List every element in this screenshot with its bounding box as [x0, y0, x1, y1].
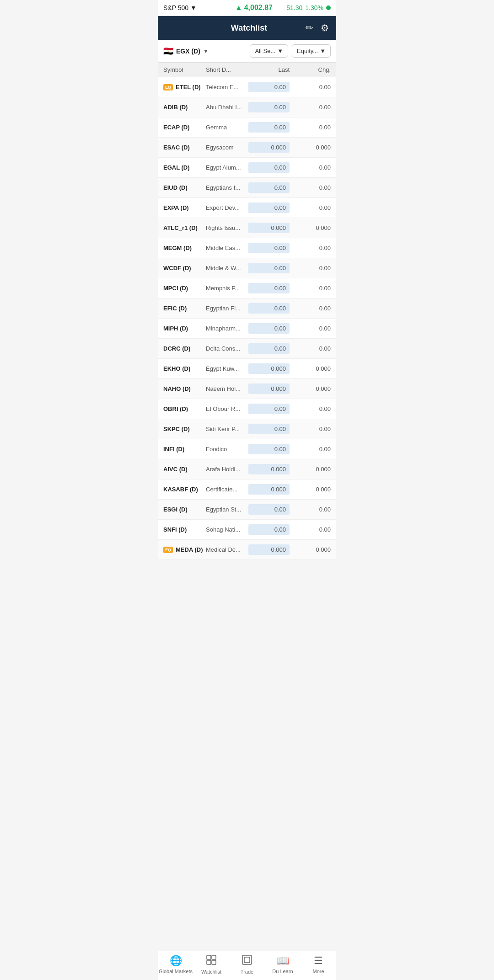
equity-chevron: ▼: [320, 48, 326, 54]
desc-text: Foodico: [206, 446, 248, 453]
table-row[interactable]: AIVC (D)Arafa Holdi...0.0000.000: [158, 459, 336, 479]
symbol-cell: KASABF (D): [163, 486, 206, 493]
last-value: 0.000: [248, 383, 290, 394]
last-value: 0.000: [248, 484, 290, 495]
last-value: 0.00: [248, 444, 290, 454]
desc-text: El Obour R...: [206, 405, 248, 412]
last-value: 0.00: [248, 162, 290, 173]
table-row[interactable]: EFIC (D)Egyptian Fi...0.000.00: [158, 298, 336, 319]
symbol-text: ECAP (D): [163, 124, 190, 131]
symbol-text: ESGI (D): [163, 506, 188, 513]
table-row[interactable]: OBRI (D)El Obour R...0.000.00: [158, 399, 336, 419]
desc-text: Middle & W...: [206, 265, 248, 272]
chg-value: 0.00: [290, 526, 331, 533]
eq-badge: EQ: [163, 84, 173, 91]
edit-icon[interactable]: ✏: [306, 22, 313, 33]
symbol-text: AIVC (D): [163, 466, 188, 473]
table-row[interactable]: EIUD (D)Egyptians f...0.000.00: [158, 178, 336, 198]
symbol-text: KASABF (D): [163, 486, 198, 493]
chg-value: 0.00: [290, 446, 331, 453]
equity-filter[interactable]: Equity... ▼: [292, 44, 331, 58]
table-row[interactable]: INFI (D)Foodico0.000.00: [158, 439, 336, 459]
last-value: 0.00: [248, 323, 290, 334]
table-row[interactable]: ESGI (D)Egyptian St...0.000.00: [158, 500, 336, 520]
table-row[interactable]: EGAL (D)Egypt Alum...0.000.00: [158, 158, 336, 178]
table-row[interactable]: MEGM (D)Middle Eas...0.000.00: [158, 238, 336, 258]
all-sectors-filter[interactable]: All Se... ▼: [250, 44, 288, 58]
up-arrow-icon: ▲: [235, 4, 242, 12]
symbol-text: MEGM (D): [163, 245, 192, 251]
desc-text: Telecom E...: [206, 84, 248, 91]
desc-text: Abu Dhabi I...: [206, 104, 248, 111]
table-row[interactable]: NAHO (D)Naeem Hol...0.0000.000: [158, 379, 336, 399]
last-value: 0.00: [248, 102, 290, 112]
sp500-selector[interactable]: S&P 500 ▼: [163, 4, 221, 11]
table-row[interactable]: ATLC_r1 (D)Rights Issu...0.0000.000: [158, 218, 336, 238]
symbol-text: SNFI (D): [163, 526, 187, 533]
symbol-cell: EQMEDA (D): [163, 546, 206, 553]
page-title: Watchlist: [193, 23, 306, 33]
live-indicator: [326, 5, 331, 10]
symbol-cell: AIVC (D): [163, 466, 206, 473]
sp500-change: 51.30 1.30%: [286, 4, 331, 11]
last-value: 0.000: [248, 142, 290, 153]
chg-value: 0.00: [290, 325, 331, 332]
last-value: 0.000: [248, 544, 290, 555]
symbol-text: MPCI (D): [163, 285, 188, 292]
symbol-cell: NAHO (D): [163, 385, 206, 392]
table-row[interactable]: SKPC (D)Sidi Kerir P...0.000.00: [158, 419, 336, 439]
desc-text: Sidi Kerir P...: [206, 426, 248, 432]
symbol-text: ADIB (D): [163, 104, 188, 111]
header-actions: ✏ ⚙: [306, 22, 329, 33]
table-row[interactable]: SNFI (D)Sohag Nati...0.000.00: [158, 520, 336, 540]
table-row[interactable]: ECAP (D)Gemma0.000.00: [158, 117, 336, 138]
symbol-cell: MPCI (D): [163, 285, 206, 292]
chg-value: 0.00: [290, 506, 331, 513]
last-value: 0.00: [248, 424, 290, 434]
symbol-text: EXPA (D): [163, 204, 189, 211]
desc-text: Egysacom: [206, 144, 248, 151]
table-row[interactable]: MIPH (D)Minapharm...0.000.00: [158, 319, 336, 339]
sp500-price: ▲ 4,002.87: [225, 4, 283, 12]
symbol-cell: ESAC (D): [163, 144, 206, 151]
table-row[interactable]: DCRC (D)Delta Cons...0.000.00: [158, 339, 336, 359]
chg-value: 0.00: [290, 184, 331, 191]
table-row[interactable]: KASABF (D)Certificate...0.0000.000: [158, 479, 336, 500]
symbol-cell: ECAP (D): [163, 124, 206, 131]
settings-icon[interactable]: ⚙: [321, 22, 329, 33]
desc-text: Arafa Holdi...: [206, 466, 248, 473]
table-body: EQETEL (D)Telecom E...0.000.00ADIB (D)Ab…: [158, 77, 336, 560]
last-value: 0.00: [248, 122, 290, 133]
table-row[interactable]: EXPA (D)Export Dev...0.000.00: [158, 198, 336, 218]
chg-value: 0.00: [290, 104, 331, 111]
desc-text: Egyptian Fi...: [206, 305, 248, 312]
table-row[interactable]: EKHO (D)Egypt Kuw...0.0000.000: [158, 359, 336, 379]
table-row[interactable]: EQMEDA (D)Medical De...0.0000.000: [158, 540, 336, 560]
chg-value: 0.00: [290, 285, 331, 292]
table-row[interactable]: EQETEL (D)Telecom E...0.000.00: [158, 77, 336, 97]
table-row[interactable]: ADIB (D)Abu Dhabi I...0.000.00: [158, 97, 336, 117]
chg-value: 0.00: [290, 305, 331, 312]
desc-text: Rights Issu...: [206, 224, 248, 231]
chg-value: 0.00: [290, 84, 331, 91]
symbol-cell: EXPA (D): [163, 204, 206, 211]
symbol-cell: EKHO (D): [163, 365, 206, 372]
chg-value: 0.000: [290, 144, 331, 151]
last-value: 0.000: [248, 223, 290, 233]
desc-text: Naeem Hol...: [206, 385, 248, 392]
symbol-text: OBRI (D): [163, 405, 188, 412]
table-row[interactable]: MPCI (D)Memphis P...0.000.00: [158, 278, 336, 298]
chg-value: 0.00: [290, 426, 331, 432]
table-row[interactable]: ESAC (D)Egysacom0.0000.000: [158, 138, 336, 158]
symbol-cell: EFIC (D): [163, 305, 206, 312]
table-row[interactable]: WCDF (D)Middle & W...0.000.00: [158, 258, 336, 278]
symbol-cell: MEGM (D): [163, 245, 206, 251]
desc-text: Egyptians f...: [206, 184, 248, 191]
chg-value: 0.000: [290, 546, 331, 553]
symbol-cell: EQETEL (D): [163, 84, 206, 91]
exchange-selector[interactable]: 🇪🇬 EGX (D) ▼: [163, 46, 246, 56]
symbol-cell: EGAL (D): [163, 164, 206, 171]
last-value: 0.00: [248, 263, 290, 273]
symbol-cell: ADIB (D): [163, 104, 206, 111]
symbol-text: INFI (D): [163, 446, 184, 453]
